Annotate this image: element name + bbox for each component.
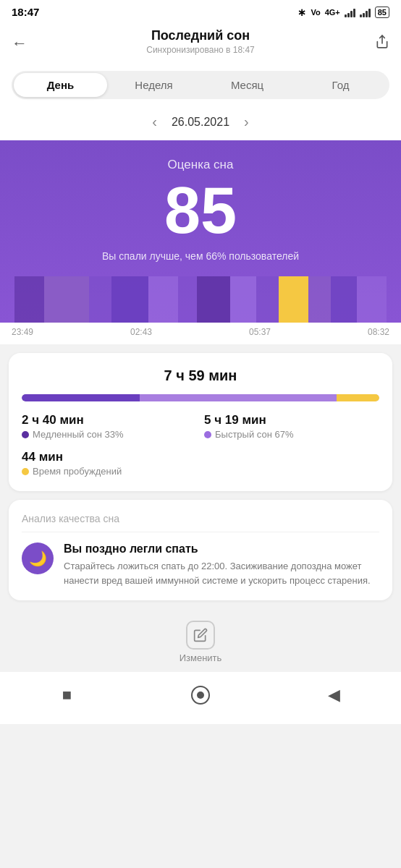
- wake-time-label: Время пробуждений: [22, 466, 197, 477]
- rem-sleep-bar: [140, 394, 337, 401]
- analysis-item: 🌙 Вы поздно легли спать Старайтесь ложит…: [22, 542, 379, 587]
- timeline-label-2: 05:37: [249, 327, 271, 337]
- timeline-label-3: 08:32: [368, 327, 389, 337]
- tab-month[interactable]: Месяц: [200, 73, 294, 97]
- sync-subtitle: Синхронизировано в 18:47: [36, 45, 365, 55]
- next-date-button[interactable]: ›: [244, 114, 249, 130]
- lte-icon: 4G+: [325, 8, 340, 17]
- wake-bar: [337, 394, 379, 401]
- edit-button[interactable]: Изменить: [180, 621, 222, 663]
- prev-date-button[interactable]: ‹: [152, 114, 157, 130]
- status-time: 18:47: [12, 6, 39, 18]
- svg-point-2: [197, 692, 204, 699]
- back-button[interactable]: ←: [12, 34, 28, 53]
- wake-time-value: 44 мин: [22, 450, 197, 464]
- back-button-nav[interactable]: ◀: [320, 681, 349, 710]
- page-title: Последний сон: [36, 28, 365, 43]
- timeline-label-1: 02:43: [130, 327, 152, 337]
- period-tabs: День Неделя Месяц Год: [12, 71, 389, 99]
- tab-week[interactable]: Неделя: [107, 73, 200, 97]
- bottom-edit-area: Изменить: [0, 609, 401, 669]
- status-bar: 18:47 ∗ Vo 4G+ 85: [0, 0, 401, 22]
- wake-dot: [22, 468, 29, 475]
- sleep-score-value: 85: [14, 178, 387, 243]
- analysis-heading: Вы поздно легли спать: [64, 542, 379, 556]
- sleep-duration-card: 7 ч 59 мин 2 ч 40 мин Медленный сон 33% …: [9, 353, 392, 491]
- tab-year[interactable]: Год: [294, 73, 387, 97]
- bottom-navigation: ■ ◀: [0, 672, 401, 724]
- network-icon: Vo: [311, 8, 320, 17]
- stat-rem-sleep: 5 ч 19 мин Быстрый сон 67%: [204, 413, 379, 440]
- deep-dot: [22, 431, 29, 438]
- share-button[interactable]: [375, 34, 389, 52]
- signal-icon: [345, 7, 355, 17]
- rem-sleep-label: Быстрый сон 67%: [204, 429, 379, 440]
- edit-label: Изменить: [180, 652, 222, 663]
- tabs-container: День Неделя Месяц Год: [0, 64, 401, 108]
- analysis-title: Анализ качества сна: [22, 513, 379, 532]
- rem-dot: [204, 431, 211, 438]
- sleep-stats-grid: 2 ч 40 мин Медленный сон 33% 5 ч 19 мин …: [22, 413, 379, 477]
- signal-icon-2: [360, 7, 371, 17]
- analysis-body: Старайтесь ложиться спать до 22:00. Заси…: [64, 559, 379, 587]
- sleep-stages-bar: [22, 394, 379, 401]
- sleep-score-section: Оценка сна 85 Вы спали лучше, чем 66% по…: [0, 140, 401, 323]
- status-icons: ∗ Vo 4G+ 85: [297, 7, 389, 18]
- analysis-icon: 🌙: [22, 542, 54, 574]
- sleep-score-description: Вы спали лучше, чем 66% пользователей: [14, 250, 387, 262]
- total-sleep-duration: 7 ч 59 мин: [22, 367, 379, 384]
- sleep-chart: [14, 276, 387, 323]
- stat-deep-sleep: 2 ч 40 мин Медленный сон 33%: [22, 413, 197, 440]
- stat-wake-time: 44 мин Время пробуждений: [22, 450, 197, 477]
- analysis-card: Анализ качества сна 🌙 Вы поздно легли сп…: [9, 500, 392, 600]
- home-button[interactable]: [186, 681, 215, 710]
- deep-sleep-value: 2 ч 40 мин: [22, 413, 197, 427]
- analysis-content: Вы поздно легли спать Старайтесь ложитьс…: [64, 542, 379, 587]
- bluetooth-icon: ∗: [297, 7, 306, 18]
- timeline-label-0: 23:49: [12, 327, 33, 337]
- rem-sleep-value: 5 ч 19 мин: [204, 413, 379, 427]
- tab-day[interactable]: День: [14, 73, 107, 97]
- edit-icon: [186, 621, 215, 650]
- date-navigation: ‹ 26.05.2021 ›: [0, 108, 401, 140]
- current-date: 26.05.2021: [172, 116, 229, 129]
- battery-icon: 85: [375, 7, 389, 18]
- stop-button[interactable]: ■: [52, 681, 81, 710]
- timeline-labels: 23:49 02:43 05:37 08:32: [0, 323, 401, 344]
- deep-sleep-bar: [22, 394, 140, 401]
- sleep-score-label: Оценка сна: [14, 158, 387, 172]
- header: ← Последний сон Синхронизировано в 18:47: [0, 22, 401, 64]
- deep-sleep-label: Медленный сон 33%: [22, 429, 197, 440]
